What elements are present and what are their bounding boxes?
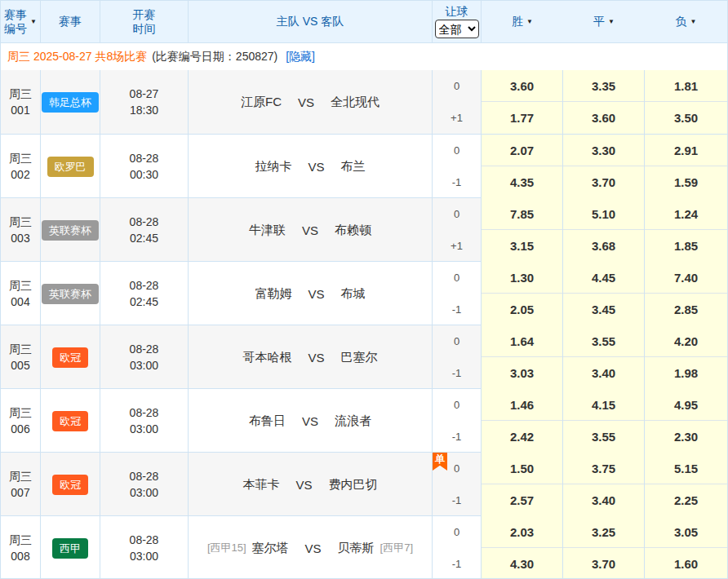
draw-odds-line-0[interactable]: 4.45 (563, 262, 644, 294)
lose-odds-line-1[interactable]: 3.50 (645, 102, 727, 134)
match-rows: 周三 001 韩足总杯 08-27 18:30 江原FC VS 全北现代 0 +… (1, 70, 727, 579)
win-odds-cell: 7.85 3.15 (482, 198, 563, 262)
win-odds-line-0[interactable]: 1.46 (482, 389, 562, 421)
draw-odds-line-0[interactable]: 3.25 (563, 516, 644, 548)
start-time-cell: 08-28 00:30 (100, 135, 189, 198)
win-odds-line-0[interactable]: 1.30 (482, 262, 562, 294)
win-odds-line-1[interactable]: 3.03 (482, 357, 562, 389)
draw-odds-line-0[interactable]: 3.30 (563, 135, 644, 166)
header-lose-sort[interactable]: 负 ▼ (645, 1, 727, 42)
handicap-filter-select[interactable]: 全部 (435, 20, 479, 38)
home-team: 哥本哈根 (242, 350, 291, 365)
draw-odds-cell: 3.25 3.70 (563, 516, 645, 579)
match-weekday: 周三 (9, 404, 32, 421)
start-time-cell: 08-28 03:00 (100, 516, 189, 579)
header-draw-sort[interactable]: 平 ▼ (563, 1, 645, 42)
match-row: 周三 007 欧冠 08-28 03:00 本菲卡 VS 费内巴切 单 0 -1 (1, 452, 727, 515)
match-number-cell: 周三 004 (1, 262, 41, 325)
handicap-line-1: -1 (433, 421, 481, 453)
home-rank: [西甲15] (207, 541, 246, 555)
lose-odds-line-1[interactable]: 1.85 (645, 230, 727, 262)
header-match-number-sort[interactable]: 赛事 编号 ▼ (1, 1, 41, 42)
win-odds-line-1[interactable]: 2.42 (482, 421, 562, 453)
draw-odds-line-0[interactable]: 3.75 (563, 453, 644, 484)
win-odds-line-1[interactable]: 4.30 (482, 548, 562, 579)
hide-link[interactable]: [隐藏] (286, 50, 315, 64)
draw-odds-line-1[interactable]: 3.68 (563, 230, 644, 262)
lose-odds-cell: 4.95 2.30 (645, 389, 727, 453)
draw-odds-line-1[interactable]: 3.45 (563, 294, 644, 325)
vs-label: VS (302, 414, 318, 428)
draw-odds-line-1[interactable]: 3.40 (563, 484, 644, 516)
lose-odds-line-0[interactable]: 2.91 (645, 135, 727, 166)
match-number: 008 (11, 548, 29, 564)
league-cell: 英联赛杯 (41, 262, 100, 325)
win-odds-cell: 1.64 3.03 (482, 325, 563, 389)
draw-odds-line-1[interactable]: 3.70 (563, 166, 644, 198)
away-rank: [西甲7] (380, 541, 413, 555)
handicap-line-0: 0 (433, 135, 481, 166)
vs-label: VS (298, 95, 314, 109)
header-win-sort[interactable]: 胜 ▼ (482, 1, 563, 42)
match-time: 03:00 (130, 357, 158, 373)
lose-odds-line-0[interactable]: 1.24 (645, 198, 727, 230)
start-time-cell: 08-27 18:30 (100, 70, 189, 134)
match-time: 00:30 (130, 166, 158, 183)
away-team: 贝蒂斯 (338, 541, 375, 556)
match-date: 08-28 (130, 341, 159, 357)
league-cell: 欧冠 (41, 453, 100, 516)
match-weekday: 周三 (9, 150, 32, 166)
league-badge: 欧冠 (52, 347, 88, 368)
draw-odds-line-0[interactable]: 3.55 (563, 325, 644, 357)
win-odds-line-1[interactable]: 2.57 (482, 484, 562, 516)
win-odds-line-1[interactable]: 4.35 (482, 166, 562, 198)
match-number: 003 (11, 230, 29, 246)
lose-odds-line-1[interactable]: 2.85 (645, 294, 727, 325)
win-odds-line-1[interactable]: 2.05 (482, 294, 562, 325)
teams-cell: 布鲁日 VS 流浪者 (189, 389, 433, 453)
lose-odds-line-0[interactable]: 5.15 (645, 453, 727, 484)
lose-odds-cell: 7.40 2.85 (645, 262, 727, 325)
win-odds-line-1[interactable]: 1.77 (482, 102, 562, 134)
win-odds-line-0[interactable]: 2.07 (482, 135, 562, 166)
match-number: 005 (11, 357, 29, 373)
win-odds-line-0[interactable]: 1.50 (482, 453, 562, 484)
lose-odds-line-0[interactable]: 4.95 (645, 389, 727, 421)
match-number: 002 (11, 166, 29, 183)
draw-odds-line-1[interactable]: 3.55 (563, 421, 644, 453)
win-odds-line-0[interactable]: 1.64 (482, 325, 562, 357)
league-badge: 英联赛杯 (42, 284, 99, 304)
match-row: 周三 001 韩足总杯 08-27 18:30 江原FC VS 全北现代 0 +… (1, 70, 727, 134)
draw-odds-line-1[interactable]: 3.70 (563, 548, 644, 579)
win-odds-line-1[interactable]: 3.15 (482, 230, 562, 262)
win-odds-line-0[interactable]: 3.60 (482, 70, 562, 102)
lose-odds-line-1[interactable]: 2.25 (645, 484, 727, 516)
lose-odds-line-1[interactable]: 2.30 (645, 421, 727, 453)
draw-odds-line-1[interactable]: 3.60 (563, 102, 644, 134)
lose-odds-line-1[interactable]: 1.60 (645, 548, 727, 579)
home-team: 富勒姆 (255, 286, 291, 302)
draw-odds-line-0[interactable]: 3.35 (563, 70, 644, 102)
lose-odds-line-0[interactable]: 7.40 (645, 262, 727, 294)
win-odds-line-0[interactable]: 2.03 (482, 516, 562, 548)
draw-odds-line-1[interactable]: 3.40 (563, 357, 644, 389)
teams-cell: [西甲15] 塞尔塔 VS 贝蒂斯 [西甲7] (189, 516, 433, 579)
win-odds-line-0[interactable]: 7.85 (482, 198, 562, 230)
lose-odds-line-1[interactable]: 1.98 (645, 357, 727, 389)
draw-odds-line-0[interactable]: 4.15 (563, 389, 644, 421)
vs-label: VS (302, 223, 318, 237)
table-header: 赛事 编号 ▼ 赛事 开赛 时间 主队 VS 客队 让球 全部 胜 ▼ (1, 1, 727, 43)
draw-odds-cell: 5.10 3.68 (563, 198, 645, 262)
teams-cell: 牛津联 VS 布赖顿 (189, 198, 433, 262)
start-time-cell: 08-28 03:00 (100, 453, 189, 516)
lose-odds-line-0[interactable]: 1.81 (645, 70, 727, 102)
league-cell: 欧冠 (41, 389, 100, 453)
match-code-text: (比赛编号日期：250827) (152, 50, 277, 64)
draw-odds-line-0[interactable]: 5.10 (563, 198, 644, 230)
match-date: 08-28 (130, 214, 159, 230)
lose-odds-line-0[interactable]: 3.05 (645, 516, 727, 548)
lose-odds-line-1[interactable]: 1.59 (645, 166, 727, 198)
away-team: 全北现代 (331, 95, 380, 110)
handicap-line-1: -1 (433, 166, 481, 198)
lose-odds-line-0[interactable]: 4.20 (645, 325, 727, 357)
